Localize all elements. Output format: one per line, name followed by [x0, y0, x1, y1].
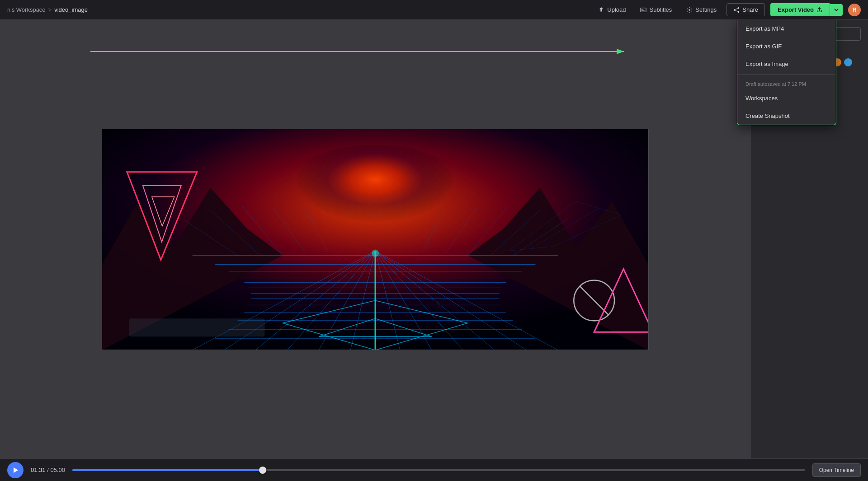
autosave-text: Draft autosaved at 7:12 PM — [737, 77, 836, 89]
upload-icon — [598, 7, 604, 13]
create-snapshot-item[interactable]: Create Snapshot — [737, 107, 836, 125]
export-gif-item[interactable]: Export as GIF — [737, 37, 836, 55]
export-image-item[interactable]: Export as Image — [737, 55, 836, 73]
svg-rect-2 — [642, 10, 645, 11]
export-dropdown-toggle[interactable] — [830, 4, 843, 16]
export-video-button[interactable]: Export Video — [770, 3, 830, 16]
export-share-icon — [816, 7, 822, 13]
export-mp4-item[interactable]: Export as MP4 — [737, 20, 836, 37]
user-avatar[interactable]: R — [848, 4, 861, 16]
canvas-area[interactable] — [0, 20, 750, 458]
scene-svg — [102, 129, 648, 350]
share-icon — [733, 7, 740, 13]
arrow-annotation — [90, 46, 624, 57]
open-timeline-button[interactable]: Open Timeline — [812, 463, 861, 477]
workspaces-item[interactable]: Workspaces — [737, 89, 836, 107]
settings-button[interactable]: Settings — [682, 4, 721, 16]
workspace-link[interactable]: ri's Workspace — [7, 6, 46, 13]
play-button[interactable] — [7, 462, 24, 478]
dropdown-divider — [737, 75, 836, 75]
timeline-thumb[interactable] — [259, 467, 266, 474]
svg-point-3 — [689, 9, 691, 11]
color-preset-blue[interactable] — [844, 58, 852, 66]
timeline-track[interactable] — [72, 469, 805, 471]
share-button[interactable]: Share — [726, 3, 765, 16]
svg-point-54 — [372, 249, 379, 257]
topbar-right: Upload Subtitles Settings Sha — [594, 3, 861, 16]
export-dropdown-menu: Export as MP4 Export as GIF Export as Im… — [737, 20, 836, 125]
export-button-group: Export Video — [770, 3, 843, 16]
subtitles-icon — [640, 7, 646, 13]
svg-point-4 — [738, 7, 740, 9]
svg-point-5 — [734, 9, 736, 11]
time-current: 01.31 — [31, 467, 46, 473]
timeline-progress — [72, 469, 263, 471]
topbar: ri's Workspace > video_image Upload Subt… — [0, 0, 868, 20]
settings-icon — [686, 7, 693, 13]
svg-marker-70 — [14, 467, 18, 473]
chevron-down-icon — [834, 7, 839, 13]
svg-point-6 — [738, 11, 740, 13]
time-display: 01.31 / 05.00 — [31, 467, 65, 473]
subtitles-button[interactable]: Subtitles — [636, 4, 676, 16]
svg-point-10 — [276, 145, 474, 253]
play-icon — [12, 467, 19, 473]
breadcrumb: ri's Workspace > video_image — [7, 6, 88, 13]
time-total: 05.00 — [50, 467, 65, 473]
upload-button[interactable]: Upload — [594, 4, 630, 16]
svg-rect-67 — [129, 318, 265, 336]
video-canvas[interactable] — [102, 129, 649, 350]
breadcrumb-separator: > — [48, 6, 52, 13]
svg-rect-1 — [642, 9, 643, 10]
bottom-bar: 01.31 / 05.00 Open Timeline — [0, 458, 868, 481]
project-name: video_image — [54, 6, 88, 13]
